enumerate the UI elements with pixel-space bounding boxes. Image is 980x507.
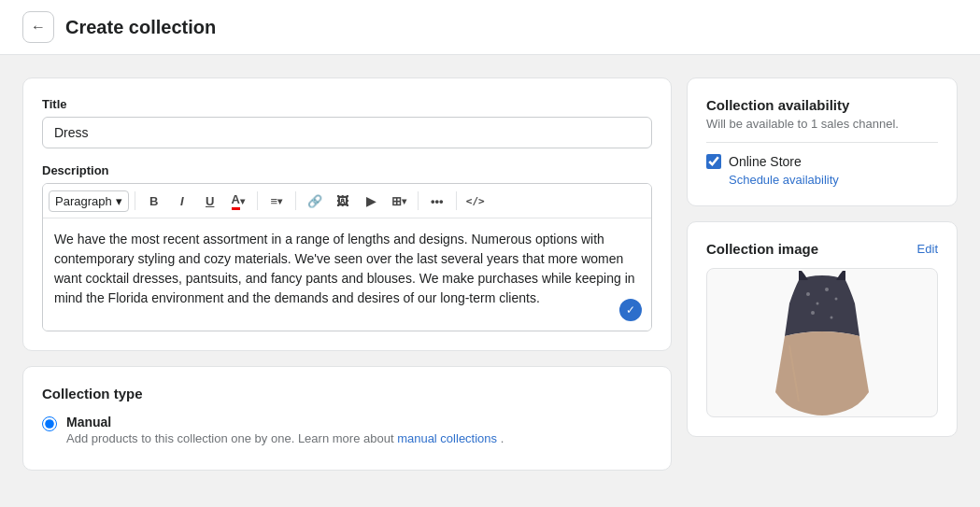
table-chevron: ▾ xyxy=(402,196,406,206)
paragraph-select[interactable]: Paragraph ▾ xyxy=(49,190,129,212)
rich-editor: Paragraph ▾ B I U xyxy=(42,183,652,331)
availability-divider xyxy=(706,142,938,143)
availability-subtitle: Will be available to 1 sales channel. xyxy=(706,117,938,131)
editor-toolbar: Paragraph ▾ B I U xyxy=(43,184,651,218)
collection-type-title: Collection type xyxy=(42,386,652,401)
manual-option-content: Manual Add products to this collection o… xyxy=(66,415,504,445)
svg-point-4 xyxy=(811,311,815,315)
collection-image-card: Collection image Edit xyxy=(687,221,958,437)
bold-button[interactable]: B xyxy=(141,188,167,214)
toolbar-divider-5 xyxy=(456,191,457,210)
manual-desc-suffix: . xyxy=(501,431,504,445)
more-button[interactable]: ••• xyxy=(424,188,450,214)
availability-card: Collection availability Will be availabl… xyxy=(687,77,958,206)
right-panel: Collection availability Will be availabl… xyxy=(687,77,958,471)
code-view-button[interactable]: </> xyxy=(462,188,489,214)
toolbar-divider-3 xyxy=(295,191,296,210)
toolbar-divider-1 xyxy=(135,191,135,210)
svg-point-3 xyxy=(835,297,838,300)
text-color-button[interactable]: A ▾ xyxy=(225,188,251,214)
online-store-checkbox[interactable] xyxy=(706,154,721,169)
back-icon: ← xyxy=(31,19,46,35)
svg-point-5 xyxy=(831,316,833,318)
svg-point-0 xyxy=(806,292,810,296)
code-icon: </> xyxy=(466,195,485,207)
italic-button[interactable]: I xyxy=(169,188,195,214)
left-panel: Title Description Paragraph ▾ B xyxy=(22,77,672,471)
collection-image-title: Collection image xyxy=(706,241,818,257)
collection-type-card: Collection type Manual Add products to t… xyxy=(22,366,672,471)
toolbar-divider-4 xyxy=(418,191,419,210)
back-button[interactable]: ← xyxy=(22,11,54,43)
title-input[interactable] xyxy=(42,117,652,148)
collection-image-header: Collection image Edit xyxy=(706,241,938,257)
align-button[interactable]: ≡ ▾ xyxy=(263,188,290,214)
schedule-availability-link[interactable]: Schedule availability xyxy=(729,173,938,187)
table-icon: ⊞ xyxy=(391,194,402,208)
page-title: Create collection xyxy=(65,17,216,38)
text-color-chevron: ▾ xyxy=(240,196,245,206)
description-text: We have the most recent assortment in a … xyxy=(54,232,635,305)
description-label: Description xyxy=(42,163,652,177)
manual-option: Manual Add products to this collection o… xyxy=(42,415,652,445)
title-label: Title xyxy=(42,97,652,111)
availability-title: Collection availability xyxy=(706,97,938,113)
title-description-card: Title Description Paragraph ▾ B xyxy=(22,77,672,351)
italic-icon: I xyxy=(180,194,184,208)
dress-image xyxy=(766,271,878,415)
manual-label: Manual xyxy=(66,415,504,430)
manual-radio[interactable] xyxy=(42,416,57,431)
image-button[interactable]: 🖼 xyxy=(330,188,356,214)
align-icon: ≡ xyxy=(270,194,277,208)
edit-image-link[interactable]: Edit xyxy=(917,242,938,256)
manual-collections-link[interactable]: manual collections xyxy=(397,431,497,445)
manual-desc: Add products to this collection one by o… xyxy=(66,431,504,445)
link-button[interactable]: 🔗 xyxy=(302,188,328,214)
bold-icon: B xyxy=(149,194,158,208)
check-icon: ✓ xyxy=(626,302,635,318)
paragraph-label: Paragraph xyxy=(55,194,112,208)
text-color-icon: A xyxy=(232,192,240,210)
page-header: ← Create collection xyxy=(0,0,980,55)
manual-desc-prefix: Add products to this collection one by o… xyxy=(66,431,394,445)
more-icon: ••• xyxy=(431,194,444,208)
image-icon: 🖼 xyxy=(336,194,348,208)
main-content: Title Description Paragraph ▾ B xyxy=(0,55,980,493)
table-button[interactable]: ⊞ ▾ xyxy=(386,188,412,214)
online-store-row: Online Store xyxy=(706,154,938,169)
collection-image-container xyxy=(706,268,938,417)
editor-checkmark: ✓ xyxy=(619,299,642,321)
svg-point-1 xyxy=(817,302,819,304)
link-icon: 🔗 xyxy=(307,194,322,208)
underline-icon: U xyxy=(206,194,214,208)
align-chevron: ▾ xyxy=(277,196,282,206)
video-button[interactable]: ▶ xyxy=(358,188,384,214)
underline-button[interactable]: U xyxy=(197,188,223,214)
paragraph-chevron: ▾ xyxy=(116,194,122,208)
video-icon: ▶ xyxy=(366,194,376,208)
online-store-label: Online Store xyxy=(729,154,802,169)
description-editor[interactable]: We have the most recent assortment in a … xyxy=(43,218,651,331)
svg-point-2 xyxy=(825,288,829,291)
toolbar-divider-2 xyxy=(257,191,258,210)
